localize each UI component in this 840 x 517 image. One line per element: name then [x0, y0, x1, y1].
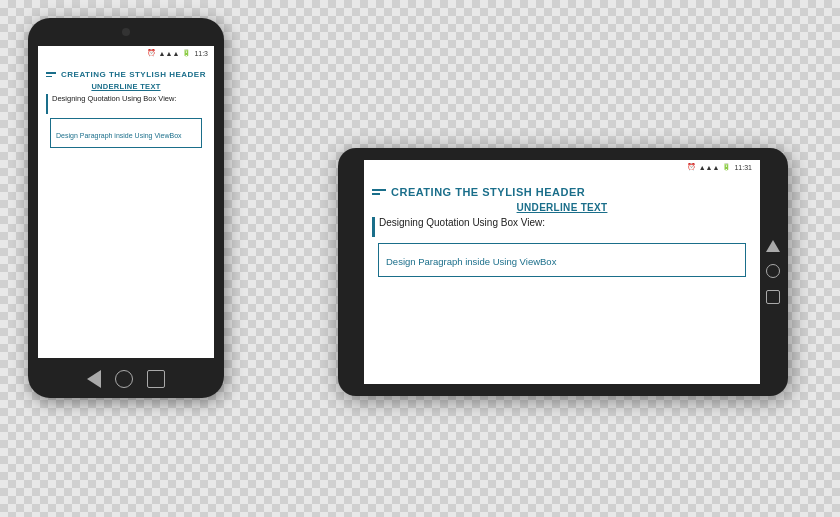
header-line-bottom	[46, 76, 52, 78]
status-bar-portrait: ⏰ ▲▲▲ 🔋 11:3	[38, 46, 214, 60]
quotation-wrap-portrait: Designing Quotation Using Box View:	[46, 94, 206, 114]
recents-btn-landscape[interactable]	[766, 290, 780, 304]
home-btn-landscape[interactable]	[766, 264, 780, 278]
header-wrap-portrait: CREATING THE STYLISH HEADER	[46, 70, 206, 79]
portrait-phone: ⏰ ▲▲▲ 🔋 11:3 CREATING THE STYLISH HEADER…	[28, 18, 224, 398]
status-bar-landscape: ⏰ ▲▲▲ 🔋 11:31	[364, 160, 760, 174]
home-btn-portrait[interactable]	[115, 370, 133, 388]
phone-body-portrait: ⏰ ▲▲▲ 🔋 11:3 CREATING THE STYLISH HEADER…	[28, 18, 224, 398]
battery-icon-ls: 🔋	[722, 163, 731, 171]
viewbox-landscape: Design Paragraph inside Using ViewBox	[378, 243, 746, 277]
home-bar-portrait	[87, 370, 165, 388]
viewbox-text-landscape: Design Paragraph inside Using ViewBox	[386, 256, 556, 267]
header-title-landscape: CREATING THE STYLISH HEADER	[391, 186, 585, 198]
quotation-text-portrait: Designing Quotation Using Box View:	[52, 94, 177, 103]
viewbox-portrait: Design Paragraph inside Using ViewBox	[50, 118, 202, 148]
back-btn-landscape[interactable]	[766, 240, 780, 252]
signal-icon-ls: ▲▲▲	[699, 164, 720, 171]
underline-text-landscape: UNDERLINE TEXT	[372, 202, 752, 213]
home-bar-landscape	[766, 240, 780, 304]
clock-icon-ls: ⏰	[687, 163, 696, 171]
recents-btn-portrait[interactable]	[147, 370, 165, 388]
header-title-portrait: CREATING THE STYLISH HEADER	[61, 70, 206, 79]
header-line-top-ls	[372, 189, 386, 191]
back-btn-portrait[interactable]	[87, 370, 101, 388]
quotation-text-landscape: Designing Quotation Using Box View:	[379, 217, 545, 228]
header-line-bottom-ls	[372, 193, 380, 195]
status-time: 11:3	[194, 50, 208, 57]
landscape-phone: ⏰ ▲▲▲ 🔋 11:31 CREATING THE STYLISH HEADE…	[338, 148, 788, 396]
quotation-wrap-landscape: Designing Quotation Using Box View:	[372, 217, 752, 237]
signal-icon: ▲▲▲	[159, 50, 180, 57]
viewbox-text-portrait: Design Paragraph inside Using ViewBox	[56, 132, 182, 139]
header-wrap-landscape: CREATING THE STYLISH HEADER	[372, 186, 752, 198]
phone-screen-portrait: ⏰ ▲▲▲ 🔋 11:3 CREATING THE STYLISH HEADER…	[38, 46, 214, 358]
clock-icon: ⏰	[147, 49, 156, 57]
underline-text-portrait: UNDERLINE TEXT	[46, 82, 206, 91]
left-border-portrait	[46, 94, 48, 114]
status-time-ls: 11:31	[734, 164, 752, 171]
battery-icon: 🔋	[182, 49, 191, 57]
header-lines-landscape	[372, 189, 386, 195]
phone-body-landscape: ⏰ ▲▲▲ 🔋 11:31 CREATING THE STYLISH HEADE…	[338, 148, 788, 396]
header-line-top	[46, 72, 56, 74]
app-content-portrait: CREATING THE STYLISH HEADER UNDERLINE TE…	[38, 60, 214, 156]
phone-screen-landscape: ⏰ ▲▲▲ 🔋 11:31 CREATING THE STYLISH HEADE…	[364, 160, 760, 384]
left-border-landscape	[372, 217, 375, 237]
camera-portrait	[122, 28, 130, 36]
header-lines-portrait	[46, 72, 56, 77]
app-content-landscape: CREATING THE STYLISH HEADER UNDERLINE TE…	[364, 174, 760, 287]
